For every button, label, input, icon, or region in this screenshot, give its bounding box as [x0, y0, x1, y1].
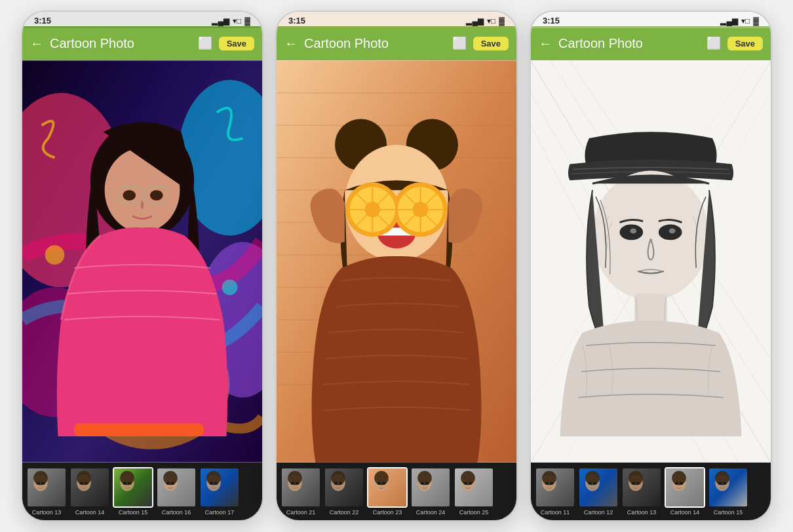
thumb-item-cartoon-15b[interactable]: Cartoon 15	[708, 467, 748, 516]
thumb-item-cartoon-23[interactable]: Cartoon 23	[367, 467, 408, 516]
svg-point-30	[166, 482, 170, 485]
thumb-strip-2: Cartoon 21 Cartoon 22 Cartoon 23 Cartoon…	[277, 463, 516, 520]
wifi-icon-3: ▾□	[741, 16, 750, 26]
svg-point-35	[214, 482, 218, 485]
thumb-item-cartoon-16[interactable]: Cartoon 16	[156, 467, 197, 516]
svg-point-22	[80, 482, 83, 485]
save-button-2[interactable]: Save	[473, 37, 509, 50]
thumb-label-cartoon-23: Cartoon 23	[373, 509, 402, 516]
thumb-item-cartoon-24[interactable]: Cartoon 24	[410, 467, 451, 516]
back-button-2[interactable]: ←	[284, 36, 298, 51]
thumb-img-cartoon-13b	[621, 467, 662, 508]
svg-point-60	[365, 202, 381, 218]
svg-point-11	[123, 190, 136, 200]
svg-point-85	[469, 482, 472, 485]
square-icon-3[interactable]: ⬜	[706, 36, 721, 50]
square-icon-2[interactable]: ⬜	[452, 36, 467, 50]
svg-point-98	[630, 229, 636, 234]
status-time-1: 3:15	[34, 16, 51, 26]
svg-point-26	[123, 482, 126, 485]
svg-point-67	[288, 471, 302, 485]
thumb-item-cartoon-12b[interactable]: Cartoon 12	[578, 467, 619, 516]
thumb-img-inner-cartoon-22	[325, 468, 363, 506]
svg-point-34	[210, 482, 213, 485]
thumb-img-cartoon-13	[26, 467, 67, 508]
svg-point-84	[464, 482, 467, 485]
thumb-img-inner-cartoon-17	[201, 468, 239, 506]
svg-point-71	[331, 471, 345, 485]
back-button-1[interactable]: ←	[30, 36, 43, 51]
svg-point-14	[45, 245, 65, 265]
thumb-item-cartoon-14[interactable]: Cartoon 14	[69, 467, 110, 516]
svg-point-115	[675, 482, 678, 485]
back-button-3[interactable]: ←	[539, 36, 552, 51]
svg-point-75	[374, 471, 389, 485]
thumb-img-inner-cartoon-23	[368, 468, 406, 506]
thumb-item-cartoon-11b[interactable]: Cartoon 11	[535, 467, 575, 516]
thumb-item-cartoon-22[interactable]: Cartoon 22	[324, 467, 364, 516]
thumb-label-cartoon-14: Cartoon 14	[75, 509, 105, 516]
battery-icon-1: ▓	[244, 16, 250, 26]
thumb-label-cartoon-12b: Cartoon 12	[584, 509, 613, 516]
thumb-img-inner-cartoon-24	[412, 468, 450, 506]
thumb-label-cartoon-22: Cartoon 22	[330, 509, 359, 516]
save-button-1[interactable]: Save	[219, 37, 254, 50]
save-button-3[interactable]: Save	[727, 37, 763, 50]
svg-point-120	[723, 482, 726, 485]
svg-point-80	[421, 482, 424, 485]
svg-point-73	[339, 482, 342, 485]
thumb-img-inner-cartoon-25	[455, 468, 493, 506]
thumb-label-cartoon-25: Cartoon 25	[459, 509, 489, 516]
thumb-img-cartoon-14b	[665, 467, 705, 508]
svg-point-104	[550, 482, 553, 485]
svg-rect-13	[74, 423, 204, 436]
thumb-item-cartoon-14b[interactable]: Cartoon 14	[665, 467, 705, 516]
phone-3: 3:15 ▂▄▆ ▾□ ▓ ← Cartoon Photo ⬜ Save	[530, 10, 772, 522]
photo-area-3	[531, 60, 771, 463]
photo-svg-2	[277, 60, 516, 463]
signal-icon-2: ▂▄▆	[466, 16, 484, 26]
svg-point-83	[461, 471, 475, 485]
svg-point-103	[545, 482, 549, 485]
signal-icon-3: ▂▄▆	[720, 16, 738, 26]
thumb-item-cartoon-13[interactable]: Cartoon 13	[26, 467, 67, 516]
svg-point-76	[377, 482, 381, 485]
status-icons-1: ▂▄▆ ▾□ ▓	[212, 16, 250, 26]
thumb-img-cartoon-23	[367, 467, 408, 508]
svg-point-31	[171, 482, 174, 485]
svg-point-112	[636, 482, 640, 485]
thumb-strip-3: Cartoon 11 Cartoon 12 Cartoon 13 Cartoon…	[531, 463, 771, 520]
svg-point-106	[585, 471, 600, 485]
photo-area-1	[22, 60, 262, 463]
thumb-item-cartoon-17[interactable]: Cartoon 17	[199, 467, 240, 516]
thumb-img-inner-cartoon-11b	[536, 468, 574, 506]
square-icon-1[interactable]: ⬜	[198, 36, 212, 50]
thumb-img-cartoon-12b	[578, 467, 619, 508]
status-bar-1: 3:15 ▂▄▆ ▾□ ▓	[22, 12, 262, 28]
svg-point-79	[417, 471, 432, 485]
thumb-label-cartoon-16: Cartoon 16	[162, 509, 191, 516]
thumb-img-inner-cartoon-13b	[623, 468, 661, 506]
thumb-item-cartoon-25[interactable]: Cartoon 25	[454, 467, 494, 516]
svg-point-25	[120, 471, 134, 485]
thumb-img-inner-cartoon-16	[157, 468, 195, 506]
svg-point-68	[291, 482, 294, 485]
app-title-3: Cartoon Photo	[558, 36, 706, 51]
thumb-img-cartoon-25	[454, 467, 494, 508]
thumb-label-cartoon-13b: Cartoon 13	[627, 509, 657, 516]
thumb-img-inner-cartoon-21	[282, 468, 320, 506]
svg-point-114	[672, 471, 686, 485]
status-icons-2: ▂▄▆ ▾□ ▓	[466, 16, 505, 26]
thumb-label-cartoon-15: Cartoon 15	[119, 509, 148, 516]
svg-point-69	[296, 482, 299, 485]
svg-point-116	[680, 482, 683, 485]
svg-point-72	[334, 482, 338, 485]
thumb-item-cartoon-21[interactable]: Cartoon 21	[280, 467, 321, 516]
phone-1: 3:15 ▂▄▆ ▾□ ▓ ← Cartoon Photo ⬜ Save	[21, 10, 263, 522]
thumb-item-cartoon-15[interactable]: Cartoon 15	[113, 467, 153, 516]
thumb-img-cartoon-22	[324, 467, 364, 508]
thumb-item-cartoon-13b[interactable]: Cartoon 13	[621, 467, 662, 516]
wifi-icon-2: ▾□	[487, 16, 495, 26]
svg-point-119	[718, 482, 722, 485]
battery-icon-2: ▓	[499, 16, 505, 26]
